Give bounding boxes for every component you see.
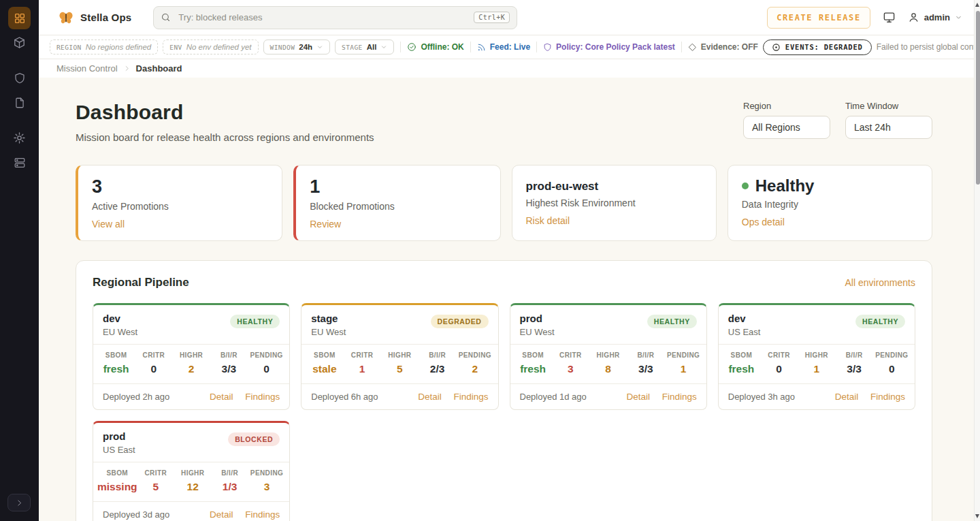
metric-value: fresh [514,363,552,375]
display-mode-button[interactable] [880,8,898,27]
context-notice: Failed to persist global context prefere… [877,42,980,52]
pipeline-card-prod-eu-west: prod EU West HEALTHY SBOMfresh CRITR3 HI… [510,303,707,410]
evidence-status-chip[interactable]: Evidence: OFF [688,42,758,52]
risk-detail-link[interactable]: Risk detail [526,215,570,226]
package-icon [13,36,26,49]
scroll-down-arrow[interactable] [975,514,979,518]
sidebar-item-security[interactable] [8,67,31,89]
metric-value: 0 [248,363,285,375]
chevron-down-icon [380,44,387,50]
metric-value: 3 [552,363,589,375]
metric-label: SBOM [723,351,760,359]
main-content: Dashboard Mission board for release heal… [39,78,980,521]
metric-label: SBOM [514,351,552,359]
detail-link[interactable]: Detail [418,392,442,402]
region-select[interactable]: All Regions [743,116,830,139]
region-pill-value: No regions defined [86,43,152,51]
metric-value: 0 [135,363,172,375]
stage-pill-value: All [367,43,377,51]
metric-label: B/I/R [210,351,248,359]
feed-status-chip[interactable]: Feed: Live [477,42,530,52]
findings-link[interactable]: Findings [245,509,280,520]
events-value: DEGRADED [824,43,863,51]
scrollbar[interactable] [974,0,980,521]
sidebar [0,0,39,521]
env-pill-value: No env defined yet [186,43,252,51]
offline-status-chip[interactable]: Offline: OK [407,42,463,52]
region-pill-label: REGION [56,44,82,51]
env-name: prod [103,430,135,442]
stage-pill-label: STAGE [342,44,363,51]
review-link[interactable]: Review [310,219,341,230]
stat-label: Highest Risk Environment [526,198,702,208]
create-release-button[interactable]: CREATE RELEASE [767,7,870,29]
stat-value: 1 [310,177,486,196]
detail-link[interactable]: Detail [835,392,859,402]
view-all-link[interactable]: View all [92,219,125,230]
metric-value: 3 [248,481,285,493]
chevron-right-icon [15,499,24,507]
sidebar-item-releases[interactable] [8,31,31,54]
metric-value: stale [306,363,343,375]
scroll-up-arrow[interactable] [975,3,979,7]
rss-icon [477,43,486,52]
metric-label: CRITR [552,351,589,359]
ops-detail-link[interactable]: Ops detail [742,217,785,227]
env-region: US East [103,445,135,455]
user-menu[interactable]: admin [908,12,962,23]
detail-link[interactable]: Detail [210,392,233,402]
metric-label: PENDING [873,351,911,359]
policy-status-chip[interactable]: Policy: Core Policy Pack latest [543,42,675,52]
stage-filter-pill[interactable]: STAGE All [335,40,394,54]
time-window-select[interactable]: Last 24h [845,116,932,139]
stat-label: Data Integrity [742,199,918,210]
env-filter-pill[interactable]: ENV No env defined yet [163,40,258,54]
findings-link[interactable]: Findings [245,392,280,402]
window-filter-pill[interactable]: WINDOW 24h [263,40,331,54]
chevron-down-icon [316,44,323,50]
breadcrumb-current: Dashboard [136,63,182,74]
shield-icon [543,43,552,52]
findings-link[interactable]: Findings [453,392,488,402]
metric-value: 1 [798,363,835,375]
metric-label: PENDING [248,469,285,477]
env-name: prod [520,313,555,324]
gear-icon [13,131,26,144]
metric-label: CRITR [135,351,172,359]
sidebar-item-documents[interactable] [8,91,31,114]
sidebar-item-settings[interactable] [8,127,31,149]
findings-link[interactable]: Findings [870,392,905,402]
pipeline-card-prod-us-east: prod US East BLOCKED SBOMmissing CRITR5 … [93,421,290,521]
sidebar-item-dashboard[interactable] [8,7,31,29]
region-filter-pill[interactable]: REGION No regions defined [50,40,158,54]
search-box[interactable]: Ctrl+K [153,6,517,29]
stat-value: prod-eu-west [526,177,702,193]
breadcrumb-parent-link[interactable]: Mission Control [56,63,118,74]
metric-value: 0 [873,363,911,375]
metric-label: HIGHR [174,469,211,477]
events-label: EVENTS: [785,43,819,51]
events-status-pill[interactable]: EVENTS: DEGRADED [763,40,872,55]
metric-value: 2/3 [419,363,456,375]
window-pill-value: 24h [299,43,312,51]
env-name: dev [103,313,137,324]
metric-label: HIGHR [589,351,627,359]
metric-value: 1 [344,363,381,375]
regional-pipeline-section: Regional Pipeline All environments dev E… [76,260,932,521]
page-title: Dashboard [76,101,374,124]
window-pill-label: WINDOW [270,44,295,51]
context-filter-bar: REGION No regions defined ENV No env def… [39,35,980,59]
top-bar: Stella Ops Ctrl+K CREATE RELEASE admin [39,0,980,35]
monitor-icon [883,11,896,24]
findings-link[interactable]: Findings [662,392,697,402]
scrollbar-thumb[interactable] [976,11,980,185]
detail-link[interactable]: Detail [627,392,651,402]
env-name: stage [311,313,346,324]
detail-link[interactable]: Detail [210,509,233,520]
sidebar-item-infrastructure[interactable] [8,151,31,174]
region-select-label: Region [743,101,830,111]
all-environments-link[interactable]: All environments [845,277,916,288]
search-input[interactable] [177,12,468,23]
stat-label: Active Promotions [92,201,268,212]
sidebar-expand-button[interactable] [7,494,31,511]
